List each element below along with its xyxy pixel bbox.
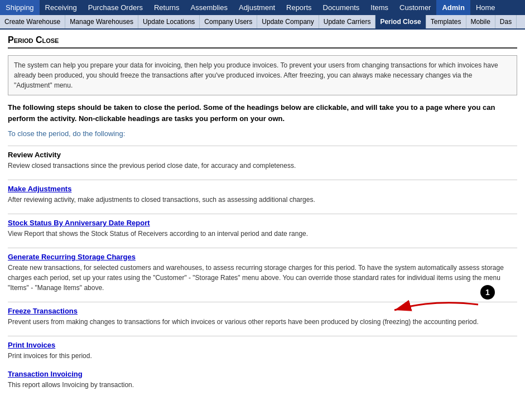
section-3: Generate Recurring Storage ChargesCreate… bbox=[8, 248, 517, 293]
sub-nav-item-update-company[interactable]: Update Company bbox=[257, 15, 319, 28]
section-link-2[interactable]: Stock Status By Anniversary Date Report bbox=[8, 219, 150, 227]
page-content: Period Close The system can help you pre… bbox=[0, 30, 525, 404]
section-link-1[interactable]: Make Adjustments bbox=[8, 185, 71, 193]
section-desc-5: Print invoices for this period. bbox=[8, 351, 517, 361]
sub-nav-item-templates[interactable]: Templates bbox=[426, 15, 466, 28]
top-nav-item-documents[interactable]: Documents bbox=[317, 0, 365, 15]
top-nav-item-assemblies[interactable]: Assemblies bbox=[185, 0, 233, 15]
section-link-5[interactable]: Print Invoices bbox=[8, 341, 55, 349]
section-title-5[interactable]: Print Invoices bbox=[8, 341, 517, 349]
sub-nav: Create WarehouseManage WarehousesUpdate … bbox=[0, 15, 525, 30]
top-nav-item-receiving[interactable]: Receiving bbox=[40, 0, 83, 15]
instructions-label: To close the period, do the following: bbox=[8, 129, 517, 138]
section-0: Review ActivityReview closed transaction… bbox=[8, 146, 517, 171]
sub-nav-item-das[interactable]: Das bbox=[495, 15, 517, 28]
top-nav-item-customer[interactable]: Customer bbox=[394, 0, 436, 15]
sub-nav-item-update-carriers[interactable]: Update Carriers bbox=[319, 15, 376, 28]
section-link-3[interactable]: Generate Recurring Storage Charges bbox=[8, 253, 136, 261]
section-title-2[interactable]: Stock Status By Anniversary Date Report bbox=[8, 219, 517, 227]
top-nav-item-shipping[interactable]: Shipping bbox=[0, 0, 40, 15]
sections-container: Review ActivityReview closed transaction… bbox=[8, 146, 517, 390]
section-title-6[interactable]: Transaction Invoicing bbox=[8, 370, 517, 378]
sub-nav-item-mobile[interactable]: Mobile bbox=[466, 15, 495, 28]
section-desc-2: View Report that shows the Stock Status … bbox=[8, 229, 517, 239]
sub-nav-item-manage-warehouses[interactable]: Manage Warehouses bbox=[65, 15, 138, 28]
info-box: The system can help you prepare your dat… bbox=[8, 55, 517, 95]
page-title: Period Close bbox=[8, 35, 517, 49]
section-4: Freeze TransactionsPrevent users from ma… bbox=[8, 302, 517, 327]
section-desc-0: Review closed transactions since the pre… bbox=[8, 161, 517, 171]
sub-nav-item-create-warehouse[interactable]: Create Warehouse bbox=[0, 15, 65, 28]
top-nav-item-admin[interactable]: Admin bbox=[436, 0, 470, 15]
top-nav-item-items[interactable]: Items bbox=[365, 0, 394, 15]
section-link-6[interactable]: Transaction Invoicing bbox=[8, 370, 83, 378]
top-nav-item-home[interactable]: Home bbox=[470, 0, 501, 15]
intro-bold: The following steps should be taken to c… bbox=[8, 102, 517, 124]
section-desc-6: This report allows Invoicing by transact… bbox=[8, 380, 517, 390]
section-link-4[interactable]: Freeze Transactions bbox=[8, 307, 78, 315]
top-nav: ShippingReceivingPurchase OrdersReturnsA… bbox=[0, 0, 525, 15]
section-title-3[interactable]: Generate Recurring Storage Charges bbox=[8, 253, 517, 261]
section-6: Transaction InvoicingThis report allows … bbox=[8, 370, 517, 390]
section-1: Make AdjustmentsAfter reviewing activity… bbox=[8, 180, 517, 205]
section-desc-1: After reviewing activity, make adjustmen… bbox=[8, 195, 517, 205]
top-nav-item-purchase-orders[interactable]: Purchase Orders bbox=[83, 0, 148, 15]
annotation-badge: 1 bbox=[480, 285, 495, 300]
top-nav-item-reports[interactable]: Reports bbox=[281, 0, 317, 15]
section-title-0: Review Activity bbox=[8, 151, 517, 159]
section-2: Stock Status By Anniversary Date ReportV… bbox=[8, 214, 517, 239]
section-title-1[interactable]: Make Adjustments bbox=[8, 185, 517, 193]
section-desc-3: Create new transactions, for selected cu… bbox=[8, 263, 517, 293]
annotation-arrow bbox=[389, 296, 489, 324]
section-5: Print InvoicesPrint invoices for this pe… bbox=[8, 336, 517, 361]
top-nav-item-adjustment[interactable]: Adjustment bbox=[233, 0, 281, 15]
sub-nav-item-company-users[interactable]: Company Users bbox=[200, 15, 257, 28]
sub-nav-item-period-close[interactable]: Period Close bbox=[375, 15, 426, 28]
top-nav-item-returns[interactable]: Returns bbox=[148, 0, 185, 15]
sub-nav-item-update-locations[interactable]: Update Locations bbox=[138, 15, 200, 28]
